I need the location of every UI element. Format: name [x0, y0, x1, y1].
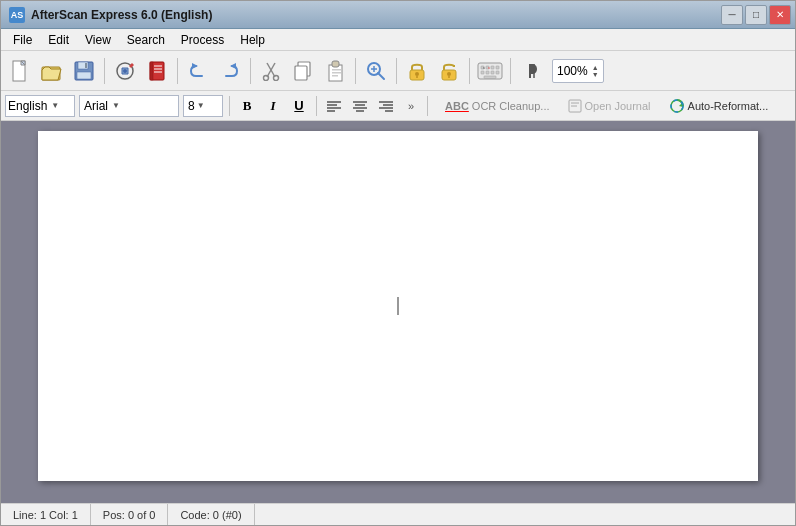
svg-point-19: [274, 75, 279, 80]
bold-button[interactable]: B: [236, 95, 258, 117]
open-icon: [41, 61, 63, 81]
zoom-icon: [365, 60, 387, 82]
zoom-down-arrow[interactable]: ▼: [592, 71, 599, 78]
separator-7: [510, 58, 511, 84]
language-select[interactable]: English ▼: [5, 95, 75, 117]
separator-2: [177, 58, 178, 84]
scan-icon: [114, 61, 136, 81]
editor-page[interactable]: [38, 131, 758, 481]
open-journal-button[interactable]: Open Journal: [561, 95, 658, 117]
menu-search[interactable]: Search: [119, 31, 173, 49]
new-icon: [10, 60, 30, 82]
size-dropdown-arrow: ▼: [197, 101, 205, 110]
svg-marker-14: [192, 63, 198, 69]
svg-rect-24: [332, 69, 341, 71]
minimize-button[interactable]: ─: [721, 5, 743, 25]
align-center-icon: [353, 100, 367, 112]
reformat-icon: [669, 98, 685, 114]
ocr-cleanup-label: OCR Cleanup...: [472, 100, 550, 112]
status-bar: Line: 1 Col: 1 Pos: 0 of 0 Code: 0 (#0): [1, 503, 795, 525]
paste-icon: [325, 60, 345, 82]
redo-icon: [220, 62, 240, 80]
editor-area[interactable]: [1, 121, 795, 503]
menu-help[interactable]: Help: [232, 31, 273, 49]
scan-button[interactable]: [110, 56, 140, 86]
menu-edit[interactable]: Edit: [40, 31, 77, 49]
svg-point-32: [415, 72, 419, 76]
svg-rect-25: [332, 72, 341, 74]
svg-point-35: [447, 72, 451, 76]
journal-icon: [568, 99, 582, 113]
menu-bar: File Edit View Search Process Help: [1, 29, 795, 51]
menu-process[interactable]: Process: [173, 31, 232, 49]
dictionary-button[interactable]: [142, 56, 172, 86]
align-center-button[interactable]: [349, 95, 371, 117]
zoom-arrows: ▲ ▼: [592, 64, 599, 78]
zoom-control: 100% ▲ ▼: [552, 59, 604, 83]
copy-button[interactable]: [288, 56, 318, 86]
align-right-icon: [379, 100, 393, 112]
ocr-cleanup-button[interactable]: ABC OCR Cleanup...: [438, 95, 557, 117]
zoom-up-arrow[interactable]: ▲: [592, 64, 599, 71]
font-size-select[interactable]: 8 ▼: [183, 95, 223, 117]
cut-button[interactable]: [256, 56, 286, 86]
status-line-col: Line: 1 Col: 1: [1, 504, 91, 525]
underline-button[interactable]: U: [288, 95, 310, 117]
align-left-button[interactable]: [323, 95, 345, 117]
redo-button[interactable]: [215, 56, 245, 86]
more-button[interactable]: »: [401, 95, 421, 117]
keyboard-icon: a a: [477, 60, 503, 82]
fmt-sep-3: [427, 96, 428, 116]
align-left-icon: [327, 100, 341, 112]
status-pos: Pos: 0 of 0: [91, 504, 169, 525]
svg-rect-23: [332, 61, 339, 67]
menu-file[interactable]: File: [5, 31, 40, 49]
menu-view[interactable]: View: [77, 31, 119, 49]
paste-button[interactable]: [320, 56, 350, 86]
app-icon: AS: [9, 7, 25, 23]
separator-6: [469, 58, 470, 84]
svg-rect-5: [77, 72, 91, 79]
separator-4: [355, 58, 356, 84]
save-icon: [74, 61, 94, 81]
fmt-sep-2: [316, 96, 317, 116]
find-button[interactable]: [361, 56, 391, 86]
new-button[interactable]: [5, 56, 35, 86]
book-icon: [148, 61, 166, 81]
lang-dropdown-arrow: ▼: [51, 101, 59, 110]
unlock-button[interactable]: [434, 56, 464, 86]
undo-button[interactable]: [183, 56, 213, 86]
open-button[interactable]: [37, 56, 67, 86]
title-bar: AS AfterScan Express 6.0 (English) ─ □ ✕: [1, 1, 795, 29]
paragraph-button[interactable]: [516, 56, 546, 86]
main-toolbar: a a 100% ▲ ▼: [1, 51, 795, 91]
lock-icon: [408, 60, 426, 82]
copy-icon: [293, 61, 313, 81]
svg-rect-26: [332, 75, 338, 77]
lock-button[interactable]: [402, 56, 432, 86]
undo-icon: [188, 62, 208, 80]
svg-rect-46: [484, 76, 496, 79]
close-button[interactable]: ✕: [769, 5, 791, 25]
svg-rect-40: [491, 66, 494, 69]
italic-button[interactable]: I: [262, 95, 284, 117]
save-button[interactable]: [69, 56, 99, 86]
font-select[interactable]: Arial ▼: [79, 95, 179, 117]
status-code: Code: 0 (#0): [168, 504, 254, 525]
text-cursor: [398, 297, 399, 315]
svg-point-8: [123, 69, 127, 73]
align-right-button[interactable]: [375, 95, 397, 117]
svg-marker-15: [230, 63, 236, 69]
maximize-button[interactable]: □: [745, 5, 767, 25]
title-controls: ─ □ ✕: [721, 5, 791, 25]
zoom-input[interactable]: 100% ▲ ▼: [552, 59, 604, 83]
auto-reformat-button[interactable]: Auto-Reformat...: [662, 95, 776, 117]
separator-3: [250, 58, 251, 84]
paragraph-icon: [522, 60, 540, 82]
svg-rect-41: [496, 66, 499, 69]
svg-point-18: [264, 75, 269, 80]
fmt-sep-1: [229, 96, 230, 116]
separator-1: [104, 58, 105, 84]
svg-rect-6: [85, 63, 87, 68]
keyboard-button[interactable]: a a: [475, 56, 505, 86]
